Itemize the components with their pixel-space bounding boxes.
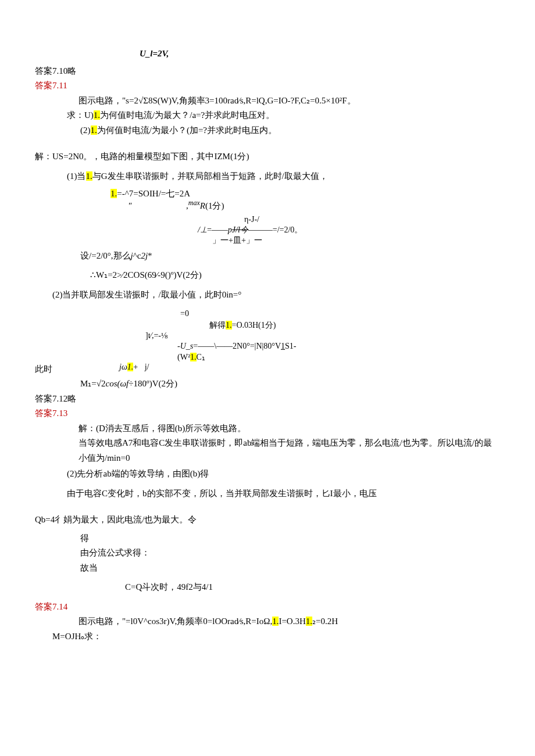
txt: jω	[119, 363, 127, 371]
ans-7-13-l6: 得	[80, 531, 500, 546]
ans-7-11-w1: ∴W₁=2>⁄2COS(69⁄-9()º)V(2分)	[90, 268, 500, 283]
txt: (1)当	[67, 171, 86, 181]
ans-7-14-l2: M=OJHₒ求：	[52, 629, 500, 644]
txt: 求：U)	[67, 110, 94, 120]
ans-7-13-l3: (2)先分析ab端的等效导纳，由图(b)得	[67, 467, 500, 482]
txt: 解得	[209, 321, 226, 329]
line-top: U_l=2V,	[140, 46, 500, 62]
txt: =O.03H(1分)	[232, 321, 276, 329]
ans-7-11-now: 此时	[35, 362, 500, 377]
formula-ul: U_l=2V,	[140, 49, 169, 58]
txt: ]t⁄,=-¹⁄₈	[145, 331, 500, 341]
ans-7-11-set: 设/=2/0°,那么j^c2j*	[80, 249, 500, 264]
formula-1: 1.=-^7=SOIH/=七=2A " ,maxR(1分)	[110, 188, 500, 211]
ans-7-13-l7: 由分流公式求得：	[80, 546, 500, 561]
txt: 与G发生串联谐振时，并联局部相当于短路，此时/取最大值，	[92, 171, 328, 181]
ans-7-11-part1: (1)当1.与G发生串联谐振时，并联局部相当于短路，此时/取最大值，	[67, 169, 500, 184]
txt: C₁	[197, 353, 205, 361]
ans-7-13-l4: 由于电容C变化时，b的实部不变，所以，当并联局部发生谐振时，匕I最小，电压	[67, 486, 500, 501]
hl: 1.	[226, 321, 232, 329]
ans-7-13-l8: 故当	[80, 561, 500, 576]
ans-7-11-problem-3: (2)1.为何值时电流/为最小？(加=?并求此时电压内。	[80, 123, 500, 138]
hl: 1.	[306, 617, 312, 626]
ans-7-13-l1: 解：(D消去互感后，得图(b)所示等效电路。	[79, 421, 500, 436]
txt: /⊥=——pJ/l今———=/=2/0。	[198, 225, 500, 235]
formula-3e: jω1.+ j/	[119, 363, 149, 372]
ans-7-11-title: 答案7.11	[35, 78, 500, 94]
txt: ₂=0.2H	[312, 617, 338, 626]
ans-7-11-problem-1: 图示电路，"s=2√Σ8S(W)V,角频率3=100rad⁄s,R=lQ,G=I…	[79, 94, 500, 109]
txt: 为何值时电流/为最大？/a=?并求此时电压对。	[100, 110, 274, 120]
ans-7-11-m1: M₁=√2cos(ωf÷180º)V(2分)	[80, 377, 500, 392]
txt: η-J-/	[244, 214, 500, 225]
ans-7-11-part2: (2)当并联局部发生谐振时，/取最小值，此时0in=°	[52, 288, 500, 303]
ans-7-11-problem-2: 求：U)1.为何值时电流/为最大？/a=?并求此时电压对。	[67, 108, 500, 123]
txt: +	[133, 363, 138, 371]
ans-7-13-l5: Qb=4彳娟为最大，因此电流/也为最大。令	[35, 513, 500, 528]
hl: 1.	[190, 353, 197, 361]
hl-1: 1.	[86, 171, 92, 181]
ans-7-13-l9: C=Q斗次时，49f2与4/1	[125, 580, 500, 595]
ans-7-12: 答案7.12略	[35, 392, 500, 407]
txt: I=O.3H	[279, 617, 305, 626]
ans-7-14-l1: 图示电路，"=l0V^cos3r)V,角频率0=lOOrad⁄s,R=IoΩ,1…	[79, 614, 500, 629]
txt: j/	[145, 363, 149, 371]
ans-7-13-title: 答案7.13	[35, 406, 500, 421]
txt: "	[128, 201, 131, 210]
txt: 为何值时电流/为最小？(加=?并求此时电压内。	[97, 126, 277, 135]
formula-3b: ]t⁄,=-¹⁄₈ -U_s=——\——2N0°=|N|80°V1S1- (W²…	[145, 331, 500, 363]
hl: 1.	[127, 363, 134, 371]
hl-1: 1.	[94, 110, 100, 120]
txt: 图示电路，"=l0V^cos3r)V,角频率0=lOOrad⁄s,R=IoΩ,	[79, 617, 272, 626]
txt: (2)	[80, 126, 91, 135]
formula-3: =0 解得1.=O.03H(1分)	[180, 308, 500, 331]
ans-7-10: 答案7.10略	[35, 64, 500, 79]
formula-2: η-J-/ /⊥=——pJ/l今———=/=2/0。 」一+皿+」一	[198, 214, 500, 246]
txt: =0	[180, 308, 500, 320]
txt: =-^7=SOIH/=七=2A	[117, 189, 190, 198]
ans-7-11-solution: 解：US=2N0。，电路的相量模型如下图，其中IZM(1分)	[35, 149, 500, 164]
hl-1: 1.	[91, 126, 97, 135]
txt: ,maxR(1分)	[186, 201, 224, 210]
txt: 」一+皿+」一	[212, 235, 500, 246]
ans-7-13-l2: 当等效电感A7和电容C发生串联谐振时，即ab端相当于短路，端电压为零，那么电流/…	[79, 436, 500, 465]
ans-7-14-title: 答案7.14	[35, 600, 500, 615]
hl: 1.	[272, 617, 279, 626]
hl: 1.	[110, 189, 117, 198]
txt: (W²	[177, 353, 190, 361]
